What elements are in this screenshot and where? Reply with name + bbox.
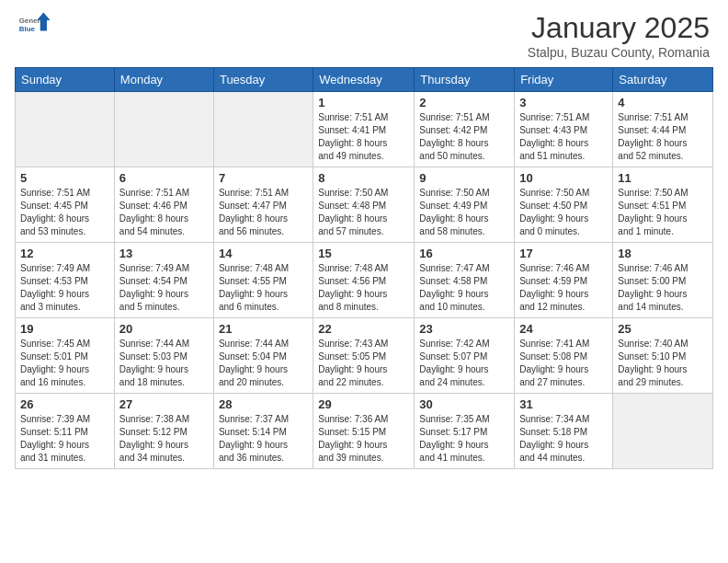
day-number: 18 [618, 247, 708, 260]
calendar-cell: 14Sunrise: 7:48 AMSunset: 4:55 PMDayligh… [213, 243, 313, 318]
calendar-cell: 26Sunrise: 7:39 AMSunset: 5:11 PMDayligh… [16, 394, 115, 469]
day-info: Sunrise: 7:40 AMSunset: 5:10 PMDaylight:… [618, 338, 708, 389]
day-info: Sunrise: 7:42 AMSunset: 5:07 PMDaylight:… [419, 338, 509, 389]
calendar-cell: 20Sunrise: 7:44 AMSunset: 5:03 PMDayligh… [114, 318, 213, 394]
day-number: 3 [519, 96, 608, 109]
calendar-table: Sunday Monday Tuesday Wednesday Thursday… [15, 67, 713, 469]
day-info: Sunrise: 7:51 AMSunset: 4:44 PMDaylight:… [618, 111, 708, 163]
calendar-week-5: 26Sunrise: 7:39 AMSunset: 5:11 PMDayligh… [16, 394, 713, 469]
day-info: Sunrise: 7:35 AMSunset: 5:17 PMDaylight:… [419, 413, 509, 465]
day-info: Sunrise: 7:36 AMSunset: 5:15 PMDaylight:… [318, 413, 409, 465]
day-number: 10 [519, 171, 608, 185]
calendar-cell: 3Sunrise: 7:51 AMSunset: 4:43 PMDaylight… [515, 92, 613, 167]
day-number: 23 [419, 322, 509, 336]
day-number: 2 [419, 96, 509, 109]
calendar-cell: 9Sunrise: 7:50 AMSunset: 4:49 PMDaylight… [415, 167, 515, 243]
month-title: January 2025 [528, 11, 710, 45]
calendar-cell: 11Sunrise: 7:50 AMSunset: 4:51 PMDayligh… [613, 167, 713, 243]
calendar-cell [613, 394, 713, 469]
day-info: Sunrise: 7:48 AMSunset: 4:55 PMDaylight:… [219, 262, 308, 314]
day-info: Sunrise: 7:50 AMSunset: 4:49 PMDaylight:… [419, 187, 509, 238]
calendar-cell: 8Sunrise: 7:50 AMSunset: 4:48 PMDaylight… [313, 167, 415, 243]
day-number: 9 [419, 171, 509, 185]
calendar-cell: 27Sunrise: 7:38 AMSunset: 5:12 PMDayligh… [114, 394, 213, 469]
calendar-cell: 17Sunrise: 7:46 AMSunset: 4:59 PMDayligh… [515, 243, 613, 318]
calendar-cell: 24Sunrise: 7:41 AMSunset: 5:08 PMDayligh… [515, 318, 613, 394]
day-info: Sunrise: 7:51 AMSunset: 4:46 PMDaylight:… [119, 187, 209, 238]
day-info: Sunrise: 7:51 AMSunset: 4:43 PMDaylight:… [519, 111, 608, 163]
day-info: Sunrise: 7:39 AMSunset: 5:11 PMDaylight:… [20, 413, 109, 465]
day-number: 25 [618, 322, 708, 336]
logo-svg: General Blue [18, 11, 51, 44]
calendar-cell: 13Sunrise: 7:49 AMSunset: 4:54 PMDayligh… [114, 243, 213, 318]
day-info: Sunrise: 7:51 AMSunset: 4:45 PMDaylight:… [20, 187, 109, 238]
calendar-cell: 4Sunrise: 7:51 AMSunset: 4:44 PMDaylight… [613, 92, 713, 167]
day-number: 1 [318, 96, 409, 109]
calendar-cell: 23Sunrise: 7:42 AMSunset: 5:07 PMDayligh… [415, 318, 515, 394]
calendar-cell: 12Sunrise: 7:49 AMSunset: 4:53 PMDayligh… [16, 243, 115, 318]
calendar-cell: 5Sunrise: 7:51 AMSunset: 4:45 PMDaylight… [16, 167, 115, 243]
calendar-week-2: 5Sunrise: 7:51 AMSunset: 4:45 PMDaylight… [16, 167, 713, 243]
day-number: 27 [119, 397, 209, 411]
calendar-cell: 18Sunrise: 7:46 AMSunset: 5:00 PMDayligh… [613, 243, 713, 318]
col-sunday: Sunday [16, 68, 115, 92]
day-info: Sunrise: 7:51 AMSunset: 4:47 PMDaylight:… [219, 187, 308, 238]
calendar-cell: 2Sunrise: 7:51 AMSunset: 4:42 PMDaylight… [415, 92, 515, 167]
day-info: Sunrise: 7:51 AMSunset: 4:42 PMDaylight:… [419, 111, 509, 163]
col-thursday: Thursday [415, 68, 515, 92]
day-info: Sunrise: 7:46 AMSunset: 5:00 PMDaylight:… [618, 262, 708, 314]
day-info: Sunrise: 7:50 AMSunset: 4:50 PMDaylight:… [519, 187, 608, 238]
day-info: Sunrise: 7:44 AMSunset: 5:04 PMDaylight:… [219, 338, 308, 389]
day-number: 5 [20, 171, 109, 185]
calendar-cell [16, 92, 115, 167]
day-number: 11 [618, 171, 708, 185]
page-header: General Blue January 2025 Stalpu, Buzau … [0, 0, 728, 67]
day-info: Sunrise: 7:34 AMSunset: 5:18 PMDaylight:… [519, 413, 608, 465]
day-info: Sunrise: 7:49 AMSunset: 4:53 PMDaylight:… [20, 262, 109, 314]
calendar-container: Sunday Monday Tuesday Wednesday Thursday… [0, 67, 728, 477]
day-number: 20 [119, 322, 209, 336]
day-info: Sunrise: 7:51 AMSunset: 4:41 PMDaylight:… [318, 111, 409, 163]
calendar-cell: 28Sunrise: 7:37 AMSunset: 5:14 PMDayligh… [213, 394, 313, 469]
calendar-header-row: Sunday Monday Tuesday Wednesday Thursday… [16, 68, 713, 92]
day-number: 14 [219, 247, 308, 260]
calendar-cell [213, 92, 313, 167]
day-number: 26 [20, 397, 109, 411]
day-number: 29 [318, 397, 409, 411]
day-info: Sunrise: 7:48 AMSunset: 4:56 PMDaylight:… [318, 262, 409, 314]
day-number: 6 [119, 171, 209, 185]
day-info: Sunrise: 7:41 AMSunset: 5:08 PMDaylight:… [519, 338, 608, 389]
logo: General Blue [18, 11, 51, 44]
col-friday: Friday [515, 68, 613, 92]
day-number: 28 [219, 397, 308, 411]
calendar-cell [114, 92, 213, 167]
calendar-cell: 10Sunrise: 7:50 AMSunset: 4:50 PMDayligh… [515, 167, 613, 243]
calendar-cell: 31Sunrise: 7:34 AMSunset: 5:18 PMDayligh… [515, 394, 613, 469]
day-info: Sunrise: 7:50 AMSunset: 4:51 PMDaylight:… [618, 187, 708, 238]
day-info: Sunrise: 7:47 AMSunset: 4:58 PMDaylight:… [419, 262, 509, 314]
calendar-cell: 19Sunrise: 7:45 AMSunset: 5:01 PMDayligh… [16, 318, 115, 394]
day-info: Sunrise: 7:49 AMSunset: 4:54 PMDaylight:… [119, 262, 209, 314]
day-number: 22 [318, 322, 409, 336]
day-info: Sunrise: 7:43 AMSunset: 5:05 PMDaylight:… [318, 338, 409, 389]
day-number: 16 [419, 247, 509, 260]
day-number: 12 [20, 247, 109, 260]
day-number: 30 [419, 397, 509, 411]
subtitle: Stalpu, Buzau County, Romania [528, 45, 710, 60]
day-number: 19 [20, 322, 109, 336]
calendar-cell: 21Sunrise: 7:44 AMSunset: 5:04 PMDayligh… [213, 318, 313, 394]
day-number: 13 [119, 247, 209, 260]
calendar-week-3: 12Sunrise: 7:49 AMSunset: 4:53 PMDayligh… [16, 243, 713, 318]
calendar-cell: 7Sunrise: 7:51 AMSunset: 4:47 PMDaylight… [213, 167, 313, 243]
day-number: 8 [318, 171, 409, 185]
col-monday: Monday [114, 68, 213, 92]
calendar-cell: 25Sunrise: 7:40 AMSunset: 5:10 PMDayligh… [613, 318, 713, 394]
calendar-cell: 30Sunrise: 7:35 AMSunset: 5:17 PMDayligh… [415, 394, 515, 469]
col-tuesday: Tuesday [213, 68, 313, 92]
day-info: Sunrise: 7:37 AMSunset: 5:14 PMDaylight:… [219, 413, 308, 465]
calendar-cell: 16Sunrise: 7:47 AMSunset: 4:58 PMDayligh… [415, 243, 515, 318]
calendar-body: 1Sunrise: 7:51 AMSunset: 4:41 PMDaylight… [16, 92, 713, 469]
day-info: Sunrise: 7:38 AMSunset: 5:12 PMDaylight:… [119, 413, 209, 465]
day-info: Sunrise: 7:50 AMSunset: 4:48 PMDaylight:… [318, 187, 409, 238]
calendar-week-4: 19Sunrise: 7:45 AMSunset: 5:01 PMDayligh… [16, 318, 713, 394]
